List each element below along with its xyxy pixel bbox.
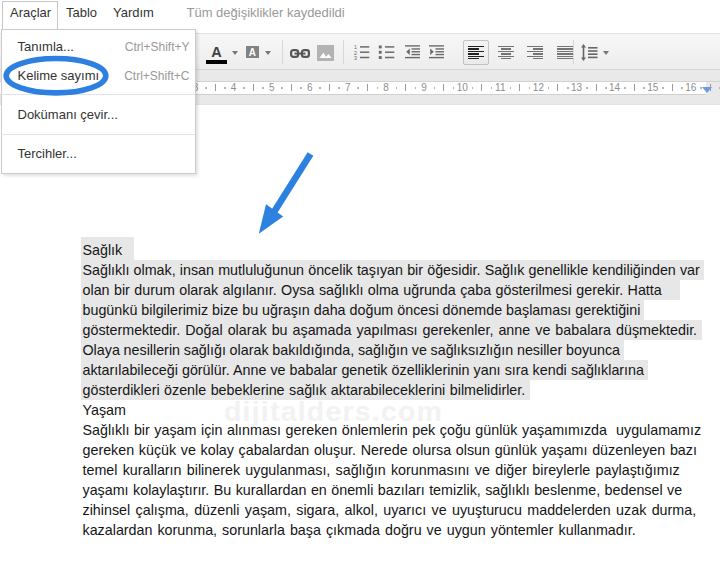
svg-text:3: 3 — [354, 55, 357, 60]
